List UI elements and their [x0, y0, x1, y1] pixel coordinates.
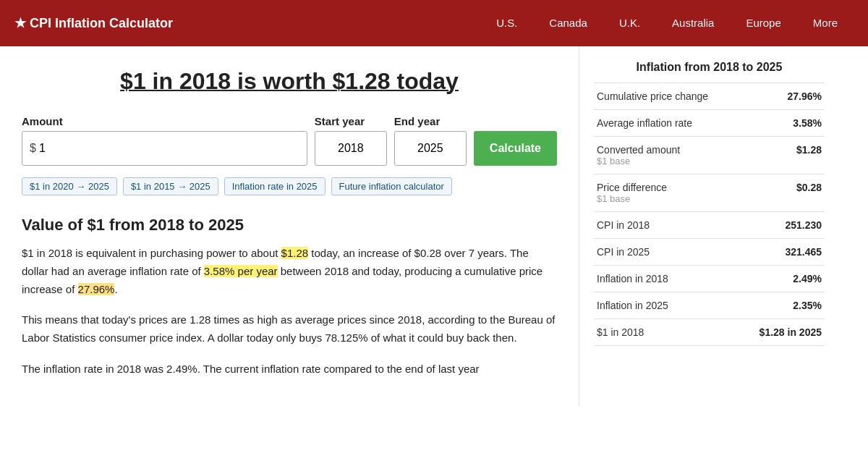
chip-2[interactable]: Inflation rate in 2025	[224, 177, 326, 195]
nav-uk[interactable]: U.K.	[603, 0, 656, 46]
calculator-form: Amount $ Start year End year Calculate	[22, 115, 557, 166]
chip-3[interactable]: Future inflation calculator	[331, 177, 452, 195]
nav-australia[interactable]: Australia	[656, 0, 730, 46]
nav-europe[interactable]: Europe	[730, 0, 796, 46]
start-year-input[interactable]	[315, 131, 387, 166]
end-year-label: End year	[394, 115, 467, 127]
chip-0[interactable]: $1 in 2020 → 2025	[22, 177, 117, 195]
sidebar-row-value-3: $0.28	[732, 174, 825, 212]
sidebar-row-value-5: 321.465	[732, 239, 825, 266]
sidebar-row-6: Inflation in 20182.49%	[594, 266, 825, 292]
currency-symbol: $	[30, 142, 36, 155]
end-year-group: End year	[394, 115, 467, 166]
sidebar-row-label-0: Cumulative price change	[594, 83, 732, 110]
sidebar-row-4: CPI in 2018251.230	[594, 212, 825, 239]
sidebar-row-subtext-2: $1 base	[597, 156, 729, 166]
sidebar-row-value-0: 27.96%	[732, 83, 825, 110]
sidebar-table: Cumulative price change27.96%Average inf…	[594, 83, 825, 346]
body-paragraph-1: This means that today's prices are 1.28 …	[22, 311, 557, 347]
sidebar-row-label-2: Converted amount$1 base	[594, 137, 732, 174]
body-paragraph-2: The inflation rate in 2018 was 2.49%. Th…	[22, 360, 557, 379]
sidebar-row-8: $1 in 2018$1.28 in 2025	[594, 319, 825, 346]
sidebar-title: Inflation from 2018 to 2025	[594, 61, 825, 74]
sidebar-row-value-1: 3.58%	[732, 110, 825, 137]
highlight-amount: $1.28	[281, 247, 309, 259]
highlight-cumulative: 27.96%	[78, 283, 115, 295]
page-title: $1 in 2018 is worth $1.28 today	[22, 68, 557, 95]
sidebar-row-value-8: $1.28 in 2025	[732, 319, 825, 346]
sidebar-row-value-4: 251.230	[732, 212, 825, 239]
sidebar-row-0: Cumulative price change27.96%	[594, 83, 825, 110]
sidebar-row-value-6: 2.49%	[732, 266, 825, 292]
body-paragraph-0: $1 in 2018 is equivalent in purchasing p…	[22, 245, 557, 298]
highlight-rate: 3.58% per year	[204, 265, 278, 277]
sidebar: Inflation from 2018 to 2025 Cumulative p…	[579, 46, 839, 406]
sidebar-row-5: CPI in 2025321.465	[594, 239, 825, 266]
sidebar-row-label-1: Average inflation rate	[594, 110, 732, 137]
section-title: Value of $1 from 2018 to 2025	[22, 216, 557, 235]
sidebar-row-label-6: Inflation in 2018	[594, 266, 732, 292]
sidebar-row-label-3: Price difference$1 base	[594, 174, 732, 212]
brand-text: ★ CPI Inflation Calculator	[14, 15, 173, 31]
sidebar-row-label-7: Inflation in 2025	[594, 292, 732, 319]
calculate-button[interactable]: Calculate	[474, 131, 557, 166]
amount-input[interactable]	[39, 142, 299, 155]
sidebar-row-value-7: 2.35%	[732, 292, 825, 319]
end-year-input[interactable]	[394, 131, 467, 166]
main-nav: U.S. Canada U.K. Australia Europe More	[480, 0, 854, 46]
sidebar-row-label-4: CPI in 2018	[594, 212, 732, 239]
amount-input-wrapper[interactable]: $	[22, 131, 307, 166]
sidebar-row-value-2: $1.28	[732, 137, 825, 174]
nav-more[interactable]: More	[797, 0, 854, 46]
sidebar-row-label-8: $1 in 2018	[594, 319, 732, 346]
amount-group: Amount $	[22, 115, 307, 166]
start-year-group: Start year	[315, 115, 387, 166]
amount-label: Amount	[22, 115, 307, 127]
title-text: $1 in 2018 is worth $1.28 today	[120, 68, 459, 94]
chip-1[interactable]: $1 in 2015 → 2025	[123, 177, 218, 195]
nav-canada[interactable]: Canada	[533, 0, 603, 46]
sidebar-row-subtext-3: $1 base	[597, 193, 729, 204]
start-year-label: Start year	[315, 115, 387, 127]
sidebar-row-3: Price difference$1 base$0.28	[594, 174, 825, 212]
sidebar-row-label-5: CPI in 2025	[594, 239, 732, 266]
site-brand[interactable]: ★ CPI Inflation Calculator	[14, 15, 480, 31]
suggestion-chips: $1 in 2020 → 2025 $1 in 2015 → 2025 Infl…	[22, 177, 557, 195]
sidebar-row-2: Converted amount$1 base$1.28	[594, 137, 825, 174]
sidebar-row-7: Inflation in 20252.35%	[594, 292, 825, 319]
nav-us[interactable]: U.S.	[480, 0, 533, 46]
sidebar-row-1: Average inflation rate3.58%	[594, 110, 825, 137]
